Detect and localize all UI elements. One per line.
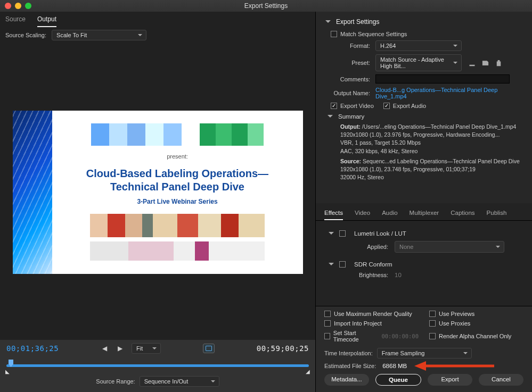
lut-dropdown[interactable]: None — [395, 241, 504, 253]
preset-dropdown[interactable]: Match Source - Adaptive High Bit... — [375, 54, 462, 71]
summary-header: Summary — [338, 113, 364, 120]
chevron-down-icon[interactable] — [329, 232, 334, 237]
tab-multiplexer[interactable]: Multiplexer — [410, 206, 439, 220]
step-fwd-icon[interactable]: ▶ — [116, 345, 124, 352]
lumetri-header: Lumetri Look / LUT — [354, 230, 406, 237]
output-name-link[interactable]: Cloud-B...g Operations—Technical Panel D… — [375, 87, 513, 99]
use-previews-label: Use Previews — [439, 311, 474, 317]
chevron-down-icon[interactable] — [325, 20, 331, 26]
source-scaling-dropdown[interactable]: Scale To Fit — [52, 30, 146, 40]
sdr-checkbox[interactable] — [339, 261, 346, 268]
preview-logo-blurred — [91, 123, 182, 146]
save-preset-icon[interactable] — [468, 59, 476, 67]
import-project-checkbox[interactable] — [324, 320, 331, 327]
source-range-dropdown[interactable]: Sequence In/Out — [140, 376, 219, 387]
metadata-button[interactable]: Metadata... — [324, 374, 369, 386]
zoom-fit-dropdown[interactable]: Fit — [132, 343, 161, 354]
minimize-icon[interactable] — [15, 3, 21, 9]
step-back-icon[interactable]: ◀ — [101, 345, 109, 352]
export-video-label: Export Video — [340, 103, 374, 109]
aspect-crop-button[interactable] — [203, 344, 215, 353]
queue-button[interactable]: Queue — [375, 374, 421, 386]
alpha-channel-checkbox[interactable] — [429, 333, 436, 339]
import-preset-icon[interactable] — [481, 59, 489, 67]
window-title: Export Settings — [244, 2, 288, 10]
export-button[interactable]: Export — [428, 374, 472, 386]
time-interpolation-dropdown[interactable]: Frame Sampling — [377, 348, 472, 358]
tab-source[interactable]: Source — [5, 15, 26, 27]
alpha-channel-label: Render Alpha Channel Only — [439, 333, 511, 339]
brightness-value[interactable]: 10 — [395, 272, 402, 278]
zoom-icon[interactable] — [25, 3, 31, 9]
export-audio-checkbox[interactable] — [383, 103, 390, 109]
current-timecode[interactable]: 00;01;36;25 — [6, 344, 59, 353]
match-sequence-checkbox[interactable] — [331, 31, 337, 37]
preset-label: Preset: — [323, 60, 370, 66]
total-timecode: 00;59;00;25 — [257, 344, 309, 353]
preview-subtitle: 3-Part Live Webinar Series — [137, 198, 217, 205]
start-timecode-checkbox[interactable] — [324, 333, 330, 339]
source-range-label: Source Range: — [96, 378, 135, 385]
applied-label: Applied: — [324, 244, 388, 250]
preview-area: present: Cloud-Based Labeling Operations… — [0, 45, 315, 340]
start-timecode-label: Set Start Timecode — [333, 330, 378, 343]
max-render-label: Use Maximum Render Quality — [334, 311, 412, 317]
comments-label: Comments: — [323, 76, 370, 82]
close-icon[interactable] — [5, 3, 11, 9]
tab-publish[interactable]: Publish — [487, 206, 507, 220]
use-proxies-checkbox[interactable] — [429, 320, 436, 327]
brightness-label: Brightness: — [324, 272, 388, 278]
estimated-size-label: Estimated File Size: — [324, 363, 376, 369]
chevron-down-icon[interactable] — [328, 115, 333, 120]
max-render-checkbox[interactable] — [324, 311, 331, 317]
delete-preset-icon[interactable] — [495, 59, 503, 67]
timeline-scrubber[interactable]: ◣◢ — [6, 358, 309, 372]
export-video-checkbox[interactable] — [331, 103, 337, 109]
match-sequence-label: Match Sequence Settings — [340, 31, 407, 37]
use-proxies-label: Use Proxies — [439, 320, 470, 327]
preview-present-label: present: — [167, 153, 188, 160]
source-scaling-label: Source Scaling: — [5, 32, 46, 38]
time-interpolation-label: Time Interpolation: — [324, 350, 373, 356]
lumetri-checkbox[interactable] — [339, 230, 346, 237]
preview-blurred-block — [90, 214, 265, 237]
tab-audio[interactable]: Audio — [382, 206, 397, 220]
tab-output[interactable]: Output — [37, 15, 56, 27]
window-controls[interactable] — [5, 3, 31, 9]
comments-input[interactable] — [375, 74, 510, 84]
use-previews-checkbox[interactable] — [429, 311, 436, 317]
import-project-label: Import Into Project — [334, 320, 382, 327]
chevron-down-icon[interactable] — [329, 263, 334, 268]
preview-logo-blurred — [200, 123, 264, 146]
start-timecode-value[interactable]: 00:00:00:00 — [381, 333, 419, 339]
estimated-size-value: 6868 MB — [382, 363, 407, 369]
tab-video[interactable]: Video — [355, 206, 370, 220]
output-name-label: Output Name: — [323, 90, 370, 96]
annotation-arrow — [407, 362, 523, 370]
tab-effects[interactable]: Effects — [324, 206, 343, 220]
format-dropdown[interactable]: H.264 — [375, 40, 462, 51]
export-settings-header: Export Settings — [336, 18, 379, 26]
sdr-header: SDR Conform — [354, 261, 392, 268]
preview-blurred-block — [90, 241, 265, 261]
summary-body: Output: /Users/...eling Operations—Techn… — [340, 123, 522, 182]
preview-title: Cloud-Based Labeling Operations— Technic… — [86, 167, 268, 194]
export-audio-label: Export Audio — [393, 103, 426, 109]
cancel-button[interactable]: Cancel — [479, 374, 523, 386]
preview-decor — [13, 111, 52, 274]
format-label: Format: — [323, 43, 370, 49]
tab-captions[interactable]: Captions — [451, 206, 474, 220]
